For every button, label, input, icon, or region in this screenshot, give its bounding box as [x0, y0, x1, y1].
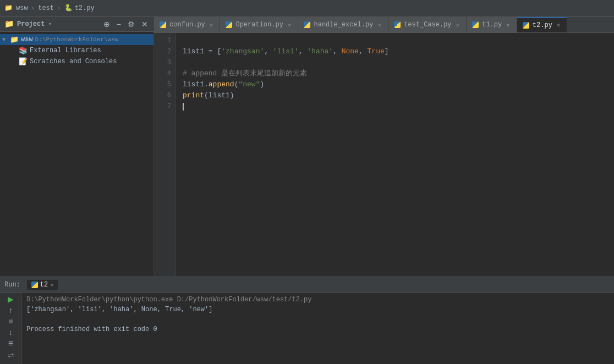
top-bar: 📁 wsw › test › 🐍 t2.py — [0, 0, 614, 16]
py-icon-operation — [226, 21, 232, 28]
run-play-btn[interactable]: ▶ — [4, 295, 18, 304]
tab-close-confun[interactable]: ✕ — [209, 21, 215, 29]
sidebar-settings-btn[interactable]: ⚙ — [127, 19, 136, 30]
tab-t1[interactable]: t1.py ✕ — [467, 17, 517, 32]
file-icon: 🐍 — [64, 4, 73, 12]
cursor — [183, 103, 184, 111]
py-icon-testcase — [394, 21, 401, 28]
output-line-2: ['zhangsan', 'lisi', 'haha', None, True,… — [26, 305, 610, 315]
py-icon-t1 — [472, 21, 479, 28]
code-line-6: print(list1) — [183, 90, 614, 101]
py-icon-handle — [304, 21, 310, 28]
line-num-5: 5 — [154, 79, 176, 90]
breadcrumb-sep-1: › — [31, 5, 35, 12]
breadcrumb-file: 🐍 t2.py — [64, 4, 95, 12]
tree-arrow-wsw: ▼ — [2, 37, 10, 43]
tree-extlib-icon: 📚 — [19, 46, 28, 55]
tab-bar: confun.py ✕ Operation.py ✕ handle_excel.… — [154, 16, 614, 33]
py-icon-confun — [160, 21, 166, 28]
sidebar-header: 📁 Project ▾ ⊕ − ⚙ ✕ — [0, 16, 154, 32]
run-stop-btn[interactable]: ■ — [4, 317, 18, 326]
line-num-1: 1 — [154, 35, 176, 46]
run-expand-btn[interactable]: ↕ — [4, 362, 18, 364]
code-editor[interactable]: 1 2 3 4 5 6 7 list1 = ['zhangsan', 'lisi… — [154, 33, 614, 276]
breadcrumb-test: test — [38, 4, 54, 12]
tree-item-wsw[interactable]: ▼ 📁 wsw D:\PythonWorkFolder\wsw — [0, 34, 154, 45]
line-num-2: 2 — [154, 46, 176, 57]
main-content: 📁 Project ▾ ⊕ − ⚙ ✕ ▼ 📁 wsw D:\PythonWor… — [0, 16, 614, 276]
bottom-panel: Run: t2 ✕ ▶ ↑ ■ ↓ ≡ ⇌ ↕ 🖨 D:\PythonWorkF… — [0, 276, 614, 364]
output-line-4: Process finished with exit code 0 — [26, 324, 610, 334]
sidebar-actions: ⊕ − ⚙ ✕ — [102, 19, 149, 30]
tree-item-extlib[interactable]: 📚 External Libraries — [0, 45, 154, 56]
folder-icon: 📁 — [4, 4, 13, 12]
sidebar-title[interactable]: 📁 Project ▾ — [4, 19, 52, 29]
tab-close-t1[interactable]: ✕ — [505, 21, 511, 29]
line-numbers: 1 2 3 4 5 6 7 — [154, 33, 176, 276]
line-num-3: 3 — [154, 57, 176, 68]
run-panel-content: ▶ ↑ ■ ↓ ≡ ⇌ ↕ 🖨 D:\PythonWorkFolder\pyth… — [0, 293, 614, 364]
tree-label-extlib: External Libraries — [30, 47, 101, 54]
tab-close-operation[interactable]: ✕ — [287, 21, 293, 29]
run-up-btn[interactable]: ↑ — [4, 306, 18, 315]
run-tab-t2[interactable]: t2 ✕ — [27, 280, 58, 290]
code-content[interactable]: list1 = ['zhangsan', 'lisi', 'haha', Non… — [176, 33, 614, 276]
run-output: D:\PythonWorkFolder\python\python.exe D:… — [22, 293, 614, 364]
line-num-7: 7 — [154, 101, 176, 112]
output-line-3 — [26, 315, 610, 324]
tab-close-testcase[interactable]: ✕ — [455, 21, 461, 29]
output-line-1: D:\PythonWorkFolder\python\python.exe D:… — [26, 295, 610, 305]
sidebar-tree: ▼ 📁 wsw D:\PythonWorkFolder\wsw 📚 Extern… — [0, 32, 154, 276]
tree-scratch-icon: 📝 — [19, 57, 28, 66]
tab-test-case[interactable]: test_Case.py ✕ — [388, 17, 467, 32]
sidebar-close-btn[interactable]: ✕ — [140, 19, 149, 30]
sidebar-add-btn[interactable]: ⊕ — [102, 19, 111, 30]
py-icon-t2 — [523, 22, 529, 29]
code-line-1 — [183, 35, 614, 46]
tree-item-scratches[interactable]: 📝 Scratches and Consoles — [0, 56, 154, 67]
run-label: Run: — [4, 281, 20, 289]
run-sidebar: ▶ ↑ ■ ↓ ≡ ⇌ ↕ 🖨 — [0, 293, 22, 364]
tree-label-wsw: wsw — [21, 36, 33, 43]
sidebar: 📁 Project ▾ ⊕ − ⚙ ✕ ▼ 📁 wsw D:\PythonWor… — [0, 16, 154, 276]
run-down-btn[interactable]: ↓ — [4, 328, 18, 337]
breadcrumb-wsw: wsw — [16, 4, 28, 12]
run-tab-bar: Run: t2 ✕ — [0, 277, 614, 293]
tab-close-handle[interactable]: ✕ — [377, 21, 383, 29]
sidebar-collapse-btn[interactable]: − — [116, 19, 122, 30]
line-num-4: 4 — [154, 68, 176, 79]
run-menu-btn[interactable]: ≡ — [4, 339, 18, 349]
run-rerun-btn[interactable]: ⇌ — [4, 351, 18, 360]
code-line-2: list1 = ['zhangsan', 'lisi', 'haha', Non… — [183, 46, 614, 57]
editor-area: confun.py ✕ Operation.py ✕ handle_excel.… — [154, 16, 614, 276]
run-tab-close[interactable]: ✕ — [50, 282, 53, 288]
run-tab-py-icon — [31, 282, 38, 288]
line-num-6: 6 — [154, 90, 176, 101]
tab-t2[interactable]: t2.py ✕ — [517, 17, 568, 32]
tab-confun[interactable]: confun.py ✕ — [154, 17, 220, 32]
breadcrumb-sep-2: › — [57, 5, 61, 12]
tree-folder-icon-wsw: 📁 — [10, 35, 19, 44]
code-line-3 — [183, 57, 614, 68]
tab-handle-excel[interactable]: handle_excel.py ✕ — [298, 17, 388, 32]
project-folder-icon: 📁 — [4, 19, 14, 29]
tree-path-wsw: D:\PythonWorkFolder\wsw — [35, 36, 119, 43]
tree-label-scratches: Scratches and Consoles — [30, 58, 117, 65]
tab-operation[interactable]: Operation.py ✕ — [220, 17, 298, 32]
code-line-5: list1.append("new") — [183, 79, 614, 90]
code-line-4: # append 是在列表末尾追加新的元素 — [183, 68, 614, 79]
tab-close-t2[interactable]: ✕ — [556, 21, 562, 29]
code-line-7 — [183, 101, 614, 112]
